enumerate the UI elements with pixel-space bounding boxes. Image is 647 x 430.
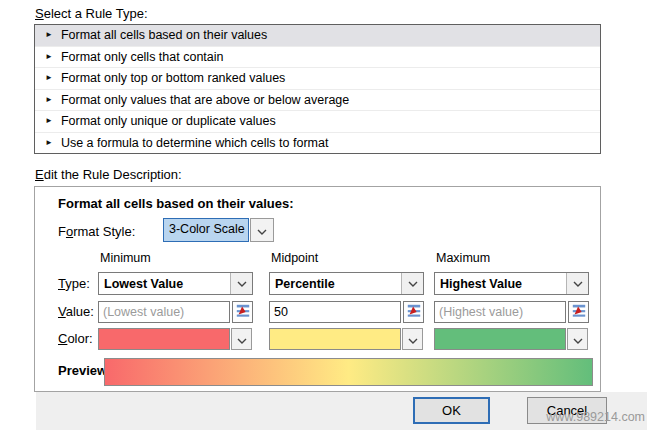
rule-arrow-icon: ► — [45, 117, 53, 125]
value-row-label: Value: — [58, 304, 94, 319]
chevron-down-icon[interactable] — [401, 273, 423, 294]
minimum-type-combo[interactable]: Lowest Value — [98, 272, 253, 295]
maximum-color-combo[interactable] — [434, 328, 588, 350]
chevron-down-icon — [257, 223, 267, 238]
minimum-value-input — [98, 301, 230, 323]
maximum-value-input — [434, 301, 566, 323]
ok-button[interactable]: OK — [413, 397, 490, 424]
maximum-range-selector-button[interactable] — [568, 301, 589, 323]
preview-gradient-bar — [104, 358, 593, 386]
range-selector-icon — [235, 303, 251, 322]
range-selector-icon — [571, 303, 587, 322]
rule-arrow-icon: ► — [45, 31, 53, 39]
minimum-color-combo[interactable] — [98, 328, 252, 350]
midpoint-value-input[interactable] — [269, 301, 401, 323]
rule-type-option-unique-duplicate[interactable]: ► Format only unique or duplicate values — [35, 111, 600, 133]
maximum-header: Maximum — [436, 251, 490, 265]
edit-rule-description-label: Edit the Rule Description: — [35, 167, 182, 182]
midpoint-color-swatch — [269, 328, 401, 350]
midpoint-type-value: Percentile — [270, 277, 401, 291]
minimum-color-dropdown-button[interactable] — [231, 328, 252, 350]
select-rule-type-label: Select a Rule Type: — [35, 6, 148, 21]
rule-type-option-label: Format only cells that contain — [61, 50, 224, 64]
chevron-down-icon — [408, 332, 418, 347]
rule-type-option-use-formula[interactable]: ► Use a formula to determine which cells… — [35, 133, 600, 154]
rule-arrow-icon: ► — [45, 53, 53, 61]
rule-type-option-top-bottom-ranked[interactable]: ► Format only top or bottom ranked value… — [35, 68, 600, 90]
rule-type-option-cells-that-contain[interactable]: ► Format only cells that contain — [35, 47, 600, 69]
maximum-type-combo[interactable]: Highest Value — [434, 272, 589, 295]
minimum-color-swatch — [98, 328, 230, 350]
midpoint-range-selector-button[interactable] — [403, 301, 424, 323]
minimum-header: Minimum — [100, 251, 151, 265]
midpoint-color-combo[interactable] — [269, 328, 423, 350]
minimum-type-value: Lowest Value — [99, 277, 230, 291]
maximum-value-row — [434, 301, 589, 323]
chevron-down-icon — [237, 332, 247, 347]
rule-arrow-icon: ► — [45, 139, 53, 147]
rule-type-option-label: Format only values that are above or bel… — [61, 93, 349, 107]
rule-type-option-format-all-cells[interactable]: ► Format all cells based on their values — [35, 25, 600, 47]
type-row-label: Type: — [58, 276, 90, 291]
chevron-down-icon[interactable] — [230, 273, 252, 294]
midpoint-type-combo[interactable]: Percentile — [269, 272, 424, 295]
midpoint-value-row — [269, 301, 424, 323]
rule-type-option-label: Use a formula to determine which cells t… — [61, 136, 328, 150]
rule-type-option-above-below-average[interactable]: ► Format only values that are above or b… — [35, 90, 600, 112]
rule-type-list: ► Format all cells based on their values… — [34, 24, 601, 154]
rule-type-option-label: Format only unique or duplicate values — [61, 114, 276, 128]
rule-arrow-icon: ► — [45, 96, 53, 104]
rule-type-option-label: Format all cells based on their values — [61, 28, 267, 42]
new-formatting-rule-dialog: Select a Rule Type: ► Format all cells b… — [0, 0, 647, 430]
rule-arrow-icon: ► — [45, 74, 53, 82]
watermark-text: www.989214.com — [546, 410, 645, 424]
rule-type-option-label: Format only top or bottom ranked values — [61, 71, 285, 85]
color-row-label: Color: — [58, 331, 93, 346]
maximum-color-dropdown-button[interactable] — [567, 328, 588, 350]
chevron-down-icon[interactable] — [566, 273, 588, 294]
maximum-color-swatch — [434, 328, 566, 350]
minimum-range-selector-button[interactable] — [232, 301, 253, 323]
chevron-down-icon — [573, 332, 583, 347]
rule-description-box: Format all cells based on their values: … — [34, 186, 601, 392]
midpoint-color-dropdown-button[interactable] — [402, 328, 423, 350]
midpoint-header: Midpoint — [271, 251, 318, 265]
range-selector-icon — [406, 303, 422, 322]
minimum-value-row — [98, 301, 253, 323]
maximum-type-value: Highest Value — [435, 277, 566, 291]
